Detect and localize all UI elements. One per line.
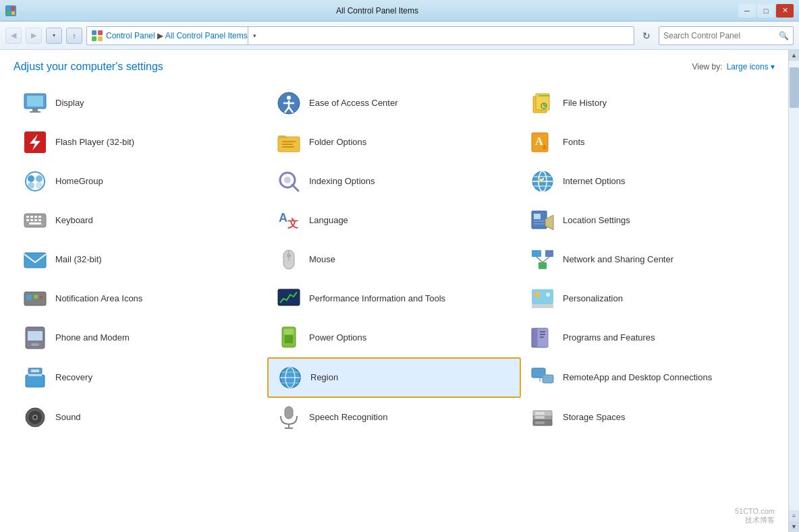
internet-options-label: Internet Options: [563, 176, 626, 187]
svg-rect-76: [34, 295, 38, 299]
svg-rect-30: [282, 146, 294, 148]
svg-rect-60: [532, 211, 547, 229]
control-item-notification[interactable]: Notification Area Icons: [13, 279, 267, 318]
ease-of-access-label: Ease of Access Center: [309, 98, 398, 109]
display-label: Display: [55, 98, 84, 109]
svg-rect-28: [282, 141, 296, 142]
svg-rect-87: [285, 335, 293, 343]
back-button[interactable]: ◀: [5, 28, 22, 44]
scroll-down-arrow[interactable]: ▼: [789, 521, 800, 532]
title-bar: All Control Panel Items ─ □ ✕: [0, 0, 799, 22]
svg-rect-53: [26, 219, 29, 221]
close-button[interactable]: ✕: [776, 4, 794, 18]
forward-button[interactable]: ▶: [26, 28, 42, 44]
minimize-button[interactable]: ─: [738, 4, 756, 18]
folder-options-label: Folder Options: [309, 137, 366, 148]
control-item-programs[interactable]: Programs and Features: [521, 318, 775, 357]
control-item-personalization[interactable]: Personalization: [521, 279, 775, 318]
svg-rect-55: [34, 219, 37, 221]
svg-rect-84: [28, 331, 43, 341]
power-label: Power Options: [309, 332, 366, 344]
recovery-icon: [22, 364, 49, 391]
flash-player-icon: [22, 129, 49, 156]
svg-rect-92: [540, 334, 545, 335]
view-by-value[interactable]: Large icons ▾: [727, 62, 775, 71]
scroll-middle-button[interactable]: ≡: [789, 510, 800, 521]
svg-rect-104: [543, 375, 553, 383]
control-item-folder-options[interactable]: Folder Options: [267, 123, 521, 162]
svg-rect-82: [532, 304, 553, 308]
control-item-language[interactable]: A文Language: [267, 201, 521, 240]
control-item-remoteapp[interactable]: RemoteApp and Desktop Connections: [521, 357, 775, 398]
region-icon: [277, 364, 304, 391]
svg-rect-1: [11, 7, 15, 10]
svg-rect-2: [7, 11, 10, 15]
svg-rect-56: [38, 219, 41, 221]
control-item-homegroup[interactable]: HomeGroup: [13, 162, 267, 201]
control-item-keyboard[interactable]: Keyboard: [13, 201, 267, 240]
svg-point-37: [28, 182, 34, 189]
mouse-icon: [275, 246, 302, 273]
ease-of-access-icon: [275, 90, 302, 117]
svg-rect-70: [545, 250, 553, 257]
control-item-display[interactable]: Display: [13, 84, 267, 123]
svg-rect-65: [24, 253, 46, 268]
view-by-label: View by:: [692, 62, 722, 71]
svg-text:A: A: [279, 211, 287, 225]
main-area: Adjust your computer's settings View by:…: [0, 50, 799, 532]
content-header: Adjust your computer's settings View by:…: [13, 61, 775, 73]
path-control-panel[interactable]: Control Panel: [106, 31, 155, 40]
control-item-phone[interactable]: Phone and Modem: [13, 318, 267, 357]
scroll-thumb[interactable]: [790, 67, 799, 108]
svg-rect-10: [32, 109, 38, 111]
power-icon: [275, 324, 302, 351]
control-item-sound[interactable]: Sound: [13, 398, 267, 437]
control-item-ease-of-access[interactable]: Ease of Access Center: [267, 84, 521, 123]
refresh-button[interactable]: ↻: [638, 28, 655, 44]
control-item-network[interactable]: Network and Sharing Center: [521, 240, 775, 279]
window-title: All Control Panel Items: [16, 6, 738, 16]
file-history-label: File History: [563, 98, 607, 109]
phone-label: Phone and Modem: [55, 332, 130, 344]
keyboard-icon: [22, 207, 49, 234]
control-item-location[interactable]: Location Settings: [521, 201, 775, 240]
svg-rect-51: [34, 216, 37, 218]
control-item-region[interactable]: Region: [267, 357, 521, 398]
performance-label: Performance Information and Tools: [309, 293, 445, 305]
programs-icon: [529, 324, 556, 351]
dropdown-button[interactable]: ▾: [46, 28, 62, 44]
control-item-recovery[interactable]: Recovery: [13, 357, 267, 398]
region-label: Region: [310, 372, 338, 384]
control-item-mail[interactable]: Mail (32-bit): [13, 240, 267, 279]
mouse-label: Mouse: [309, 254, 335, 266]
svg-rect-118: [535, 421, 545, 424]
svg-line-40: [292, 185, 298, 191]
address-dropdown[interactable]: ▾: [248, 26, 261, 45]
scroll-track[interactable]: [789, 61, 800, 510]
network-icon: [529, 246, 556, 273]
svg-point-109: [34, 416, 36, 419]
control-item-internet-options[interactable]: Internet Options: [521, 162, 775, 201]
remoteapp-icon: [529, 364, 556, 391]
view-by-control: View by: Large icons ▾: [692, 62, 775, 71]
control-item-performance[interactable]: Performance Information and Tools: [267, 279, 521, 318]
control-item-power[interactable]: Power Options: [267, 318, 521, 357]
search-icon[interactable]: 🔍: [779, 31, 789, 40]
location-icon: [529, 207, 556, 234]
search-input[interactable]: [663, 31, 779, 40]
control-item-mouse[interactable]: Mouse: [267, 240, 521, 279]
maximize-button[interactable]: □: [757, 4, 775, 18]
control-item-fonts[interactable]: AaFonts: [521, 123, 775, 162]
control-item-indexing[interactable]: Indexing Options: [267, 162, 521, 201]
control-item-storage[interactable]: Storage Spaces: [521, 398, 775, 437]
control-item-file-history[interactable]: File History: [521, 84, 775, 123]
control-item-flash-player[interactable]: Flash Player (32-bit): [13, 123, 267, 162]
scroll-up-arrow[interactable]: ▲: [789, 50, 800, 61]
svg-text:a: a: [543, 142, 547, 151]
svg-rect-117: [535, 416, 545, 419]
up-button[interactable]: ↑: [66, 28, 82, 44]
path-current[interactable]: All Control Panel Items: [165, 31, 248, 40]
mail-icon: [22, 246, 49, 273]
control-item-speech[interactable]: Speech Recognition: [267, 398, 521, 437]
svg-rect-20: [539, 95, 549, 96]
